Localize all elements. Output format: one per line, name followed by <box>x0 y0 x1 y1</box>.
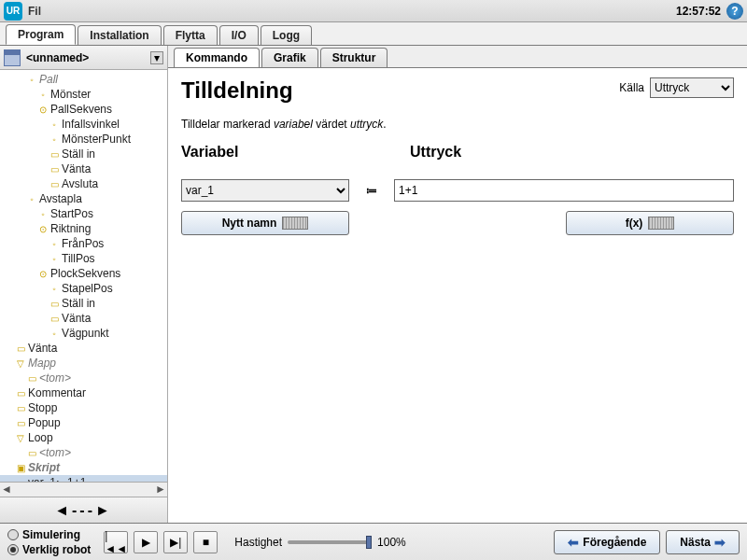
tree-node-label: Mönster <box>50 88 91 101</box>
tree-node-label: PlockSekvens <box>50 267 120 280</box>
tree-node-label: PallSekvens <box>50 103 112 116</box>
tree-node[interactable]: ▽Mapp <box>0 356 167 371</box>
tree-node-icon: ▭ <box>26 448 37 458</box>
tree-node[interactable]: ▭Vänta <box>0 341 167 356</box>
brand-logo: UR <box>4 2 22 21</box>
tree-node-icon: ◦ <box>37 90 49 100</box>
move-bar[interactable]: ◄---► <box>0 497 167 523</box>
expression-heading: Uttryck <box>410 144 734 161</box>
speed-label: Hastighet <box>234 536 282 549</box>
bottom-bar: Simulering Verklig robot |◄◄ ▶ ▶| ■ Hast… <box>0 523 747 560</box>
tree-node[interactable]: ◦Mönster <box>0 87 167 102</box>
variable-heading: Variabel <box>181 144 363 161</box>
tree-node[interactable]: ⊙Riktning <box>0 221 167 236</box>
tree-node-label: MönsterPunkt <box>62 133 131 146</box>
sim-radio[interactable] <box>7 529 19 540</box>
tree-node[interactable]: ◦StartPos <box>0 206 167 221</box>
tree-node[interactable]: ▭Ställ in <box>0 296 167 311</box>
sim-label: Simulering <box>22 528 80 541</box>
fx-button[interactable]: f(x) <box>566 211 734 235</box>
menu-file[interactable]: Fil <box>28 5 41 18</box>
tree-scrollbar[interactable]: ◄ ► <box>0 482 167 497</box>
disk-icon[interactable] <box>4 49 21 66</box>
keyboard-icon <box>648 217 674 230</box>
tree-node-icon: ▭ <box>15 343 26 354</box>
tree-node-label: Ställ in <box>62 147 95 161</box>
assign-symbol: ≔ <box>366 184 377 197</box>
scroll-right-icon[interactable]: ► <box>154 483 167 497</box>
tree-node-label: Loop <box>28 431 53 444</box>
new-name-button[interactable]: Nytt namn <box>181 211 349 235</box>
tree-node[interactable]: ◦MönsterPunkt <box>0 132 167 147</box>
tree-node-icon: ▭ <box>15 403 26 413</box>
tree-node-label: FrånPos <box>62 237 104 250</box>
tab-io[interactable]: I/O <box>219 25 259 45</box>
tree-node-icon: ▭ <box>15 388 26 399</box>
tree-node-icon: ⊙ <box>37 105 49 115</box>
tree-node[interactable]: ▭<tom> <box>0 371 167 385</box>
tab-logg[interactable]: Logg <box>261 25 312 45</box>
tree-node-icon: ▭ <box>49 149 60 160</box>
tree-node-label: Mapp <box>28 357 56 370</box>
play-button[interactable]: ▶ <box>134 531 158 553</box>
tree-node-icon: ◦ <box>26 194 37 204</box>
tree-node[interactable]: ▭Kommentar <box>0 385 167 400</box>
arrow-left-icon: ⬅ <box>568 535 579 550</box>
scroll-left-icon[interactable]: ◄ <box>0 483 13 497</box>
file-name: <unnamed> <box>26 51 150 64</box>
tree-node-label: Avsluta <box>62 177 98 190</box>
previous-button[interactable]: ⬅Föregående <box>554 530 660 554</box>
skip-forward-button[interactable]: ▶| <box>163 531 188 553</box>
tree-node[interactable]: ▭<tom> <box>0 445 167 460</box>
tab-program[interactable]: Program <box>6 24 76 45</box>
tree-node[interactable]: ▭Vänta <box>0 311 167 326</box>
tree-node[interactable]: ◦StapelPos <box>0 281 167 296</box>
tree-node-label: Avstapla <box>39 192 82 205</box>
tree-node[interactable]: ◦Vägpunkt <box>0 326 167 341</box>
tree-node[interactable]: ▣Skript <box>0 460 167 475</box>
tree-node[interactable]: ◦Avstapla <box>0 191 167 206</box>
file-dropdown-icon[interactable]: ▾ <box>150 51 163 64</box>
tree-node-icon: ◦ <box>49 329 60 339</box>
tree-node-label: Vänta <box>62 312 91 325</box>
tree-node[interactable]: ▭Vänta <box>0 161 167 176</box>
tree-node-icon: ▣ <box>15 463 26 473</box>
stop-button[interactable]: ■ <box>193 531 218 553</box>
tree-node[interactable]: ⊙PlockSekvens <box>0 266 167 281</box>
skip-back-button[interactable]: |◄◄ <box>104 531 128 553</box>
tab-kommando[interactable]: Kommando <box>174 48 260 67</box>
tree-node[interactable]: ▭Stopp <box>0 400 167 415</box>
tree-node[interactable]: ▭Avsluta <box>0 176 167 191</box>
tree-node[interactable]: ▭var_1≔1+1 <box>0 475 167 482</box>
real-radio[interactable] <box>7 544 19 555</box>
tree-node-icon: ▭ <box>49 314 60 324</box>
tree-node[interactable]: ▭Ställ in <box>0 147 167 161</box>
help-icon[interactable]: ? <box>726 3 743 20</box>
next-button[interactable]: Nästa➡ <box>666 530 740 554</box>
tab-struktur[interactable]: Struktur <box>320 48 388 67</box>
tree-node[interactable]: ▽Loop <box>0 430 167 445</box>
tree-node-label: Vänta <box>62 162 91 175</box>
tree-node-icon: ◦ <box>49 254 60 264</box>
tree-node[interactable]: ⊙PallSekvens <box>0 102 167 117</box>
tree-node[interactable]: ◦TillPos <box>0 251 167 266</box>
program-tree[interactable]: ◦Pall◦Mönster⊙PallSekvens◦Infallsvinkel◦… <box>0 70 167 482</box>
source-select[interactable]: Uttryck <box>650 77 734 98</box>
tab-flytta[interactable]: Flytta <box>163 25 218 45</box>
tree-node[interactable]: ◦Infallsvinkel <box>0 117 167 132</box>
expression-input[interactable] <box>394 179 734 202</box>
command-panel: Källa Uttryck Tilldelning Tilldelar mark… <box>168 68 747 523</box>
tab-installation[interactable]: Installation <box>78 25 161 45</box>
tree-node-icon: ⊙ <box>37 224 49 234</box>
tree-node-label: Popup <box>28 416 61 429</box>
variable-select[interactable]: var_1 <box>181 179 349 202</box>
clock: 12:57:52 <box>676 5 721 18</box>
tree-node[interactable]: ◦FrånPos <box>0 236 167 251</box>
tree-node-label: Vänta <box>28 342 57 355</box>
tree-node[interactable]: ▭Popup <box>0 415 167 430</box>
source-label: Källa <box>619 81 644 94</box>
speed-slider[interactable] <box>288 540 372 544</box>
tree-node-icon: ◦ <box>26 75 37 85</box>
tree-node[interactable]: ◦Pall <box>0 72 167 87</box>
tab-grafik[interactable]: Grafik <box>261 48 318 67</box>
